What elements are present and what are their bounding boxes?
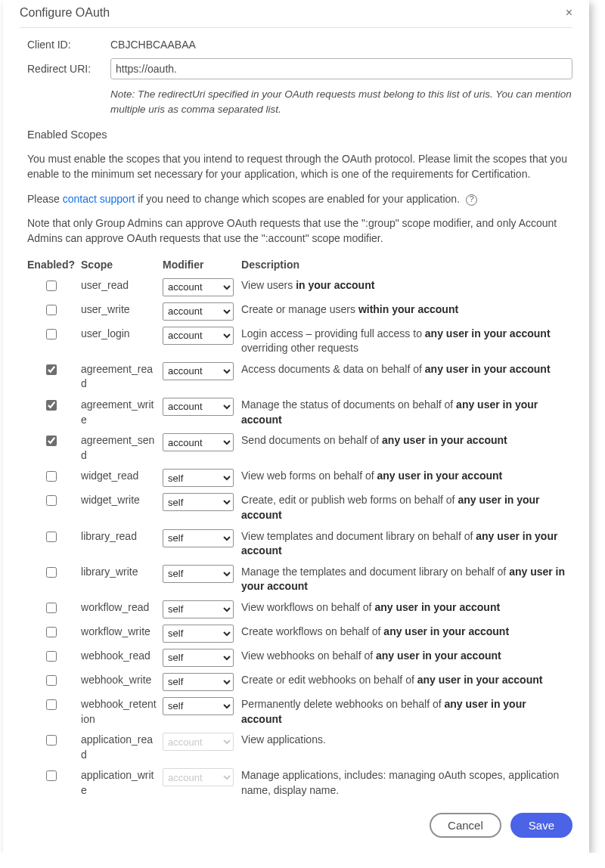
redirect-uri-input[interactable]	[110, 58, 572, 79]
client-id-row: Client ID: CBJCHBCAABAA	[20, 39, 572, 51]
scope-enabled-checkbox[interactable]	[46, 603, 57, 613]
scope-enabled-checkbox[interactable]	[46, 471, 57, 482]
scope-name: webhook_write	[78, 670, 160, 694]
scope-name: user_read	[78, 275, 160, 299]
table-row: application_writeselfgroupaccountManage …	[20, 765, 572, 801]
close-icon[interactable]: ×	[566, 7, 572, 19]
p2-pre: Please	[27, 193, 63, 205]
modifier-select[interactable]: selfgroupaccount	[163, 302, 234, 321]
scope-enabled-checkbox[interactable]	[46, 651, 57, 662]
col-scope: Scope	[78, 256, 160, 275]
scope-description: Send documents on behalf of any user in …	[238, 430, 572, 466]
modifier-select: selfgroupaccount	[163, 768, 234, 786]
scope-description: Manage the status of documents on behalf…	[238, 395, 572, 430]
modifier-select[interactable]: selfgroupaccount	[163, 278, 234, 296]
modifier-select[interactable]: selfgroupaccount	[163, 398, 234, 416]
table-row: application_readselfgroupaccountView app…	[20, 730, 572, 765]
cancel-button[interactable]: Cancel	[430, 813, 501, 838]
modifier-select[interactable]: selfgroupaccount	[163, 327, 234, 345]
redirect-uri-note: Note: The redirectUri specified in your …	[110, 87, 572, 116]
scopes-paragraph-1: You must enable the scopes that you inte…	[20, 151, 572, 182]
scopes-paragraph-3: Note that only Group Admins can approve …	[20, 215, 572, 246]
scope-description: Manage the templates and document librar…	[238, 562, 572, 597]
scope-enabled-checkbox[interactable]	[46, 675, 57, 686]
col-modifier: Modifier	[160, 256, 238, 275]
scope-name: application_read	[78, 730, 160, 765]
scope-description: Login access – providing full access to …	[238, 324, 572, 359]
scope-description: Permanently delete webhooks on behalf of…	[238, 694, 572, 730]
table-row: agreement_readselfgroupaccountAccess doc…	[20, 359, 572, 395]
scope-enabled-checkbox[interactable]	[46, 400, 57, 411]
scope-name: workflow_write	[78, 622, 160, 646]
scope-name: widget_read	[78, 466, 160, 490]
scope-description: Create workflows on behalf of any user i…	[238, 622, 572, 646]
modifier-select[interactable]: selfgroupaccount	[163, 600, 234, 618]
redirect-uri-row: Redirect URI:	[20, 58, 572, 79]
table-row: workflow_readselfgroupaccountView workfl…	[20, 597, 572, 622]
scopes-paragraph-2: Please contact support if you need to ch…	[20, 191, 572, 206]
client-id-value: CBJCHBCAABAA	[110, 39, 572, 51]
scope-name: agreement_read	[78, 359, 160, 395]
modifier-select[interactable]: selfgroupaccount	[163, 565, 234, 583]
modifier-select[interactable]: selfgroupaccount	[163, 673, 234, 691]
col-description: Description	[238, 256, 572, 275]
table-row: user_readselfgroupaccountView users in y…	[20, 275, 572, 299]
table-row: webhook_readselfgroupaccountView webhook…	[20, 646, 572, 670]
modifier-select[interactable]: selfgroupaccount	[163, 362, 234, 380]
help-icon[interactable]: ?	[466, 194, 477, 206]
table-row: webhook_writeselfgroupaccountCreate or e…	[20, 670, 572, 694]
scope-enabled-checkbox[interactable]	[46, 495, 57, 506]
scope-name: library_write	[78, 562, 160, 597]
scope-enabled-checkbox[interactable]	[46, 364, 57, 375]
scope-name: agreement_write	[78, 395, 160, 430]
scope-name: agreement_send	[78, 430, 160, 466]
scope-description: Access documents & data on behalf of any…	[238, 359, 572, 395]
scope-enabled-checkbox[interactable]	[46, 281, 57, 291]
p2-post: if you need to change which scopes are e…	[135, 193, 460, 205]
modifier-select: selfgroupaccount	[163, 733, 234, 751]
scope-name: user_write	[78, 299, 160, 324]
table-row: user_loginselfgroupaccountLogin access –…	[20, 324, 572, 359]
table-row: user_writeselfgroupaccountCreate or mana…	[20, 299, 572, 324]
modifier-select[interactable]: selfgroupaccount	[163, 529, 234, 547]
modifier-select[interactable]: selfgroupaccount	[163, 433, 234, 451]
modifier-select[interactable]: selfgroupaccount	[163, 697, 234, 715]
scope-name: webhook_read	[78, 646, 160, 670]
scope-description: View users in your account	[238, 275, 572, 299]
scope-enabled-checkbox[interactable]	[46, 770, 57, 781]
table-row: library_readselfgroupaccountView templat…	[20, 526, 572, 562]
scope-description: Create or manage users within your accou…	[238, 299, 572, 324]
modifier-select[interactable]: selfgroupaccount	[163, 625, 234, 643]
scope-description: Create or edit webhooks on behalf of any…	[238, 670, 572, 694]
modifier-select[interactable]: selfgroupaccount	[163, 469, 234, 487]
table-row: webhook_retentionselfgroupaccountPermane…	[20, 694, 572, 730]
scope-enabled-checkbox[interactable]	[46, 735, 57, 746]
scopes-table: Enabled? Scope Modifier Description user…	[20, 256, 572, 801]
scope-enabled-checkbox[interactable]	[46, 627, 57, 637]
dialog-title: Configure OAuth	[20, 6, 110, 20]
scope-enabled-checkbox[interactable]	[46, 532, 57, 542]
dialog-header: Configure OAuth ×	[20, 0, 572, 28]
table-row: workflow_writeselfgroupaccountCreate wor…	[20, 622, 572, 646]
scope-enabled-checkbox[interactable]	[46, 305, 57, 315]
table-row: widget_readselfgroupaccountView web form…	[20, 466, 572, 490]
col-enabled: Enabled?	[20, 256, 78, 275]
modifier-select[interactable]: selfgroupaccount	[163, 649, 234, 667]
contact-support-link[interactable]: contact support	[63, 193, 135, 205]
scope-name: library_read	[78, 526, 160, 562]
modifier-select[interactable]: selfgroupaccount	[163, 493, 234, 511]
save-button[interactable]: Save	[510, 813, 572, 838]
dialog-footer: Cancel Save	[20, 813, 572, 838]
client-id-label: Client ID:	[20, 39, 110, 51]
scope-name: webhook_retention	[78, 694, 160, 730]
table-row: agreement_writeselfgroupaccountManage th…	[20, 395, 572, 430]
scope-enabled-checkbox[interactable]	[46, 567, 57, 578]
scope-enabled-checkbox[interactable]	[46, 436, 57, 446]
scope-description: View webhooks on behalf of any user in y…	[238, 646, 572, 670]
scope-enabled-checkbox[interactable]	[46, 329, 57, 339]
scope-description: View web forms on behalf of any user in …	[238, 466, 572, 490]
enabled-scopes-title: Enabled Scopes	[20, 129, 572, 141]
scope-description: View workflows on behalf of any user in …	[238, 597, 572, 622]
scope-name: widget_write	[78, 490, 160, 525]
scope-enabled-checkbox[interactable]	[46, 699, 57, 710]
